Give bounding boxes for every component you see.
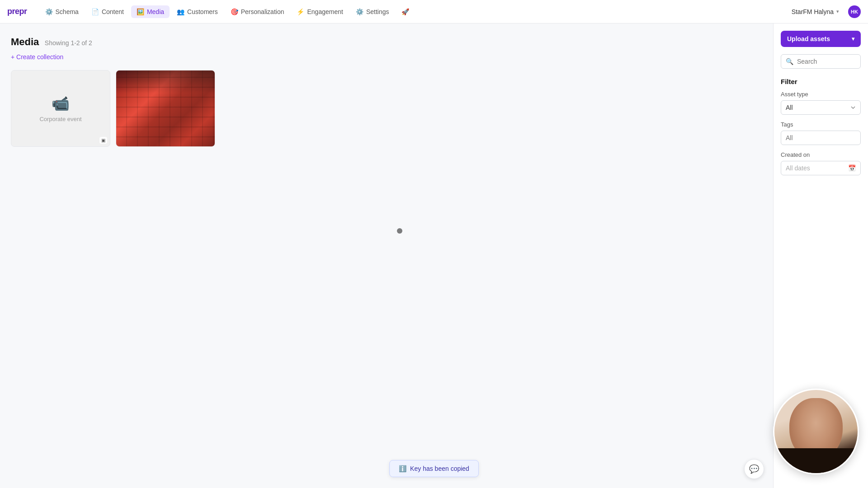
media-card-theatre-seats[interactable]	[116, 70, 215, 147]
content-icon: 📄	[91, 8, 99, 15]
media-placeholder: 📹 Corporate event	[11, 70, 110, 146]
tags-label: Tags	[781, 121, 861, 128]
logo[interactable]: prepr	[7, 7, 27, 16]
schema-icon: ⚙️	[45, 8, 53, 15]
chat-icon: 💬	[749, 464, 759, 474]
user-avatar[interactable]: HK	[848, 5, 861, 18]
nav-label-schema: Schema	[56, 8, 79, 15]
media-grid: 📹 Corporate event ▣	[11, 70, 762, 147]
nav-item-content[interactable]: 📄 Content	[86, 5, 129, 18]
page-header: Media Showing 1-2 of 2	[11, 36, 762, 48]
tags-input[interactable]	[781, 131, 861, 145]
avatar-face	[774, 390, 858, 473]
upload-assets-button[interactable]: Upload assets ▾	[781, 31, 861, 47]
user-avatar-photo	[773, 389, 859, 474]
personalization-icon: 🎯	[231, 8, 238, 15]
search-box: 🔍	[781, 54, 861, 69]
nav-item-engagement[interactable]: ⚡ Engagement	[291, 5, 348, 18]
theatre-image	[116, 70, 215, 146]
date-picker[interactable]: All dates 📅	[781, 161, 861, 175]
nav-label-media: Media	[147, 8, 164, 15]
nav-item-settings[interactable]: ⚙️ Settings	[350, 5, 395, 18]
nav-label-customers: Customers	[187, 8, 218, 15]
media-item-label: Corporate event	[39, 116, 81, 122]
date-placeholder: All dates	[786, 164, 810, 172]
toast-message: Key has been copied	[410, 465, 469, 472]
layout: Media Showing 1-2 of 2 + Create collecti…	[0, 23, 868, 488]
created-on-label: Created on	[781, 151, 861, 158]
nav-right: StarFM Halyna ▾ HK	[788, 5, 861, 18]
media-card-badge: ▣	[99, 137, 107, 144]
nav-label-engagement: Engagement	[307, 8, 343, 15]
calendar-icon: 📅	[848, 164, 856, 172]
nav-item-personalization[interactable]: 🎯 Personalization	[225, 5, 290, 18]
search-input[interactable]	[797, 58, 856, 65]
engagement-icon: ⚡	[297, 8, 304, 15]
nav-item-schema[interactable]: ⚙️ Schema	[40, 5, 84, 18]
settings-icon: ⚙️	[356, 8, 363, 15]
search-icon: 🔍	[786, 58, 793, 65]
media-card-corporate-event[interactable]: 📹 Corporate event ▣	[11, 70, 110, 147]
create-collection-button[interactable]: + Create collection	[11, 53, 63, 61]
nav-items: ⚙️ Schema 📄 Content 🖼️ Media 👥 Customers…	[40, 5, 788, 18]
create-collection-label: + Create collection	[11, 53, 63, 61]
user-name: StarFM Halyna	[792, 8, 834, 15]
user-menu[interactable]: StarFM Halyna ▾	[788, 6, 843, 17]
page-count: Showing 1-2 of 2	[45, 39, 92, 47]
nav-label-content: Content	[102, 8, 124, 15]
filter-section: Filter Asset type All Image Video Audio …	[781, 78, 861, 175]
nav-item-media[interactable]: 🖼️ Media	[131, 5, 170, 18]
nav-item-customers[interactable]: 👥 Customers	[171, 5, 223, 18]
nav-item-rocket[interactable]: 🚀	[396, 5, 415, 18]
main-content: Media Showing 1-2 of 2 + Create collecti…	[0, 23, 773, 488]
upload-assets-label: Upload assets	[787, 35, 830, 42]
media-icon: 🖼️	[137, 8, 144, 15]
video-icon: 📹	[52, 95, 70, 112]
asset-type-label: Asset type	[781, 91, 861, 98]
toast-notification: ℹ️ Key has been copied	[389, 460, 479, 477]
customers-icon: 👥	[177, 8, 184, 15]
chat-button[interactable]: 💬	[744, 459, 764, 479]
navbar: prepr ⚙️ Schema 📄 Content 🖼️ Media 👥 Cus…	[0, 0, 868, 23]
filter-title: Filter	[781, 78, 861, 85]
upload-chevron-icon: ▾	[852, 36, 854, 42]
user-chevron-icon: ▾	[836, 9, 839, 14]
nav-label-personalization: Personalization	[241, 8, 284, 15]
rocket-icon: 🚀	[401, 8, 409, 15]
asset-type-select[interactable]: All Image Video Audio Document	[781, 100, 861, 115]
page-title: Media	[11, 36, 39, 47]
nav-label-settings: Settings	[366, 8, 389, 15]
toast-icon: ℹ️	[399, 465, 406, 472]
